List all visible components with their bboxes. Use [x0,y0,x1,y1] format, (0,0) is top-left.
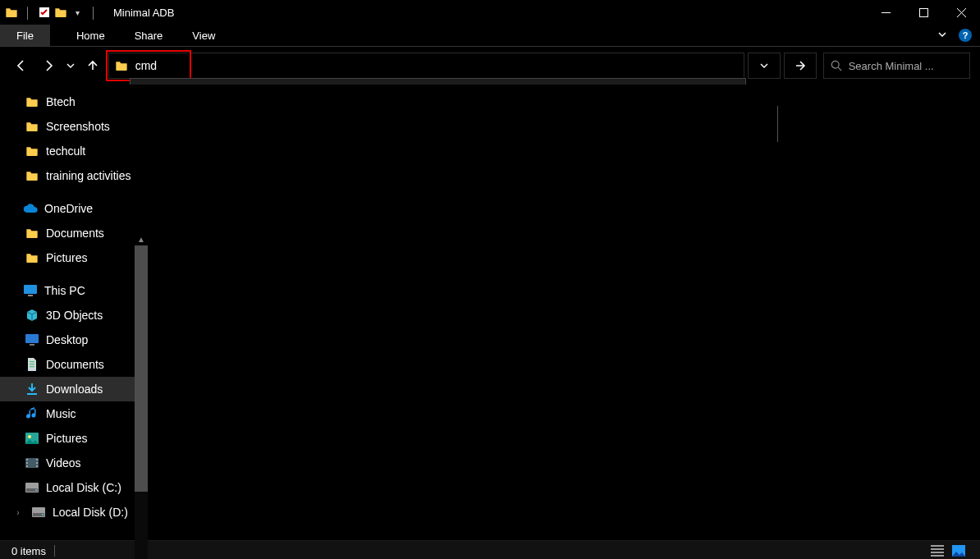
sidebar-item-downloads[interactable]: Downloads [0,377,148,401]
scroll-up-icon[interactable]: ▲ [135,232,148,245]
nav-recent-dropdown[interactable] [64,53,78,78]
help-icon[interactable]: ? [959,29,972,42]
svg-point-5 [831,61,839,68]
sidebar-item-label: 3D Objects [46,309,103,322]
column-divider [777,106,778,142]
sidebar-item-btech[interactable]: Btech [0,89,148,114]
status-separator [54,545,55,557]
nav-forward-button[interactable] [37,53,61,78]
sidebar-item-videos[interactable]: Videos [0,451,148,475]
svg-rect-20 [26,465,28,467]
maximize-button[interactable] [904,0,942,25]
video-icon [25,456,39,470]
tab-home[interactable]: Home [62,25,120,46]
sidebar-item-onedrive-documents[interactable]: Documents [0,221,148,245]
svg-point-26 [35,489,37,491]
sidebar-item-local-disk-c[interactable]: Local Disk (C:) [0,475,148,500]
sidebar-item-label: This PC [44,284,85,297]
svg-point-29 [42,514,44,515]
search-box[interactable]: Search Minimal ... [823,53,970,79]
sidebar-item-desktop[interactable]: Desktop [0,328,148,352]
sidebar-item-label: Videos [46,456,81,470]
minimize-button[interactable] [867,0,904,25]
app-folder-icon [5,6,18,19]
sidebar-item-label: OneDrive [44,202,93,215]
qat-folder-icon[interactable] [54,6,67,19]
sidebar-item-training-activities[interactable]: training activities [0,163,148,188]
picture-icon [25,431,39,446]
scroll-thumb[interactable] [135,245,148,492]
qat-divider-icon: │ [21,6,34,19]
sidebar-item-3d-objects[interactable]: 3D Objects [0,303,148,328]
svg-rect-23 [36,465,38,467]
folder-icon [25,144,39,158]
ribbon-collapse-icon[interactable] [937,30,947,42]
folder-icon [25,250,39,265]
nav-up-button[interactable] [81,53,105,78]
svg-rect-31 [931,548,944,550]
svg-line-6 [838,67,841,71]
sidebar-item-local-disk-d[interactable]: › Local Disk (D:) [0,500,148,525]
view-details-button[interactable] [927,543,947,558]
sidebar-item-pictures[interactable]: Pictures [0,426,148,451]
svg-point-16 [28,435,31,438]
document-icon [25,357,39,372]
svg-rect-32 [931,552,944,553]
svg-rect-10 [30,344,34,346]
svg-rect-11 [30,361,34,362]
sidebar-item-label: Documents [46,358,104,371]
download-icon [25,382,39,396]
qat-dropdown-icon[interactable]: ▾ [71,6,84,19]
view-thumbnails-button[interactable] [949,543,969,558]
window-title: Minimal ADB [113,7,174,19]
search-placeholder: Search Minimal ... [849,60,934,72]
svg-rect-12 [30,364,34,364]
sidebar-item-this-pc[interactable]: This PC [0,278,148,303]
folder-icon [25,119,39,134]
status-item-count: 0 items [11,545,46,557]
tab-share[interactable]: Share [120,25,178,46]
sidebar-item-label: Downloads [46,383,103,396]
qat-properties-icon[interactable] [38,6,51,19]
address-go-button[interactable] [784,53,817,79]
sidebar-item-label: Local Disk (D:) [53,506,128,519]
svg-rect-18 [26,459,28,460]
svg-rect-30 [931,545,944,547]
address-bar[interactable] [108,53,744,79]
sidebar-item-label: Screenshots [46,120,110,133]
titlebar: │ ▾ │ Minimal ADB [0,0,980,25]
sidebar-item-label: Btech [46,95,76,108]
cloud-icon [23,201,38,216]
sidebar-item-screenshots[interactable]: Screenshots [0,114,148,139]
sidebar-item-onedrive-pictures[interactable]: Pictures [0,245,148,270]
content-pane[interactable] [148,85,980,540]
main-area: Btech Screenshots techcult training acti… [0,85,980,540]
disk-icon [25,480,39,495]
navigation-row: cmd Search for "cmd" Search Minimal ... [0,47,980,85]
sidebar-item-label: Music [46,407,76,420]
monitor-icon [23,283,38,298]
svg-rect-7 [24,285,37,294]
nav-back-button[interactable] [10,53,34,78]
tab-view[interactable]: View [177,25,230,46]
sidebar-item-music[interactable]: Music [0,401,148,426]
sidebar-item-techcult[interactable]: techcult [0,139,148,163]
tab-file[interactable]: File [0,25,50,46]
address-folder-icon [114,58,129,73]
cube-icon [25,308,39,323]
folder-icon [25,94,39,109]
close-button[interactable] [942,0,980,25]
sidebar-scrollbar[interactable]: ▲ ▼ [135,232,148,559]
music-icon [25,406,39,421]
address-input[interactable] [134,58,739,73]
sidebar-item-onedrive[interactable]: OneDrive [0,196,148,221]
qat-divider-icon: │ [87,6,100,19]
chevron-right-icon[interactable]: › [13,508,23,517]
sidebar-item-documents[interactable]: Documents [0,352,148,377]
ribbon: File Home Share View ? [0,25,980,47]
address-history-dropdown[interactable] [748,53,781,79]
desktop-icon [25,332,39,347]
sidebar-item-label: Local Disk (C:) [46,481,121,494]
navigation-pane: Btech Screenshots techcult training acti… [0,85,148,540]
disk-icon [31,505,46,520]
